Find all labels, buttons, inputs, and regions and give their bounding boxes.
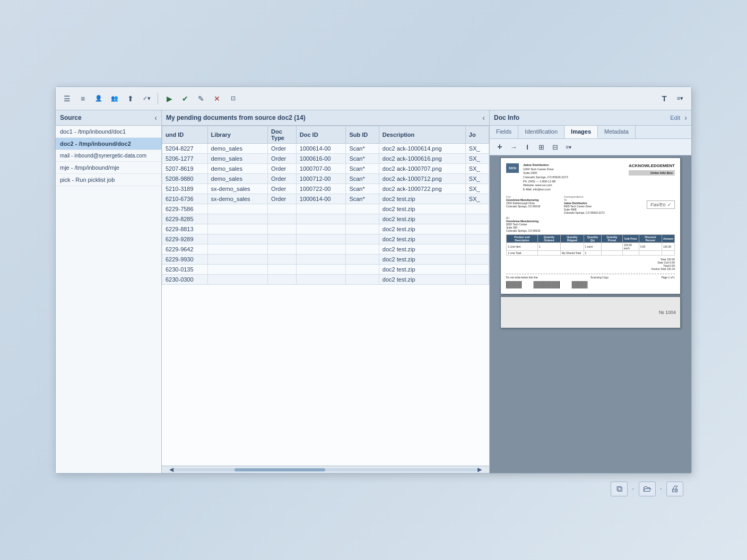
doc-addr2: Suite 2300 [523, 171, 629, 176]
table-row[interactable]: 6229-7586doc2 test.zip [162, 204, 489, 214]
tab-identification[interactable]: Identification [518, 126, 564, 138]
source-panel: Source ‹ doc1 - /tmp/inbound/doc1 doc2 -… [56, 110, 162, 473]
table-cell [207, 244, 268, 255]
table-row[interactable]: 6229-8285doc2 test.zip [162, 214, 489, 224]
detail-view-btn[interactable]: ≡ [76, 92, 90, 106]
doc-line-items: Product and Description Quantity Ordered… [506, 234, 675, 256]
grid-small-btn[interactable]: ⊞ [535, 141, 547, 153]
source-item-pick[interactable]: pick - Run picklist job [56, 174, 161, 186]
table-cell: Order [268, 194, 297, 204]
doc-phone: Ph: (545) — 1-800-11-88 [523, 180, 629, 184]
table-row[interactable]: 6230-0135doc2 test.zip [162, 265, 489, 275]
font-btn[interactable]: T [657, 92, 671, 106]
cursor-btn[interactable]: I [522, 141, 533, 153]
source-item-doc2[interactable]: doc2 - /tmp/inbound/doc2 [56, 138, 161, 150]
doc-company-name: Jadoe Distribution [523, 163, 629, 168]
doc-image-header: SDSI Jadoe Distribution 1009 Tech Center… [506, 163, 675, 192]
check-dropdown-btn[interactable]: ✓▾ [140, 92, 153, 106]
table-cell: 5208-9880 [162, 174, 208, 184]
table-cell: Scan* [346, 184, 379, 194]
col-doc-id: Doc ID [296, 126, 346, 144]
table-cell: doc2 test.zip [379, 234, 465, 244]
list-view-docinfo-btn[interactable]: ≡▾ [563, 141, 575, 153]
table-row[interactable]: 6210-6736sx-demo_salesOrder1000614-00Sca… [162, 194, 489, 204]
table-cell: sx-demo_sales [207, 184, 268, 194]
checkmark-btn[interactable]: ✔ [178, 92, 192, 106]
list-view-btn[interactable]: ☰ [60, 92, 74, 106]
table-row[interactable]: 5204-8227demo_salesOrder1000614-00Scan*d… [162, 144, 489, 154]
tab-fields[interactable]: Fields [490, 126, 518, 138]
scroll-left-btn[interactable]: ◀ [169, 466, 173, 473]
docinfo-expand-btn[interactable]: › [684, 113, 687, 122]
table-cell [346, 214, 379, 224]
table-row[interactable]: 6229-9642doc2 test.zip [162, 244, 489, 255]
table-cell [465, 255, 489, 265]
docinfo-edit-btn[interactable]: Edit [670, 115, 680, 121]
table-row[interactable]: 6229-9289doc2 test.zip [162, 234, 489, 244]
table-row[interactable]: 6230-0300doc2 test.zip [162, 275, 489, 285]
content-area: Source ‹ doc1 - /tmp/inbound/doc1 doc2 -… [56, 110, 691, 473]
doc-order-info: Order Info Box [629, 170, 675, 176]
table-cell [465, 214, 489, 224]
table-cell [296, 265, 346, 275]
table-cell: Scan* [346, 144, 379, 154]
close-btn[interactable]: ✕ [210, 92, 224, 106]
docs-table: und ID Library DocType Doc ID Sub ID Des… [162, 126, 489, 285]
docs-scrollbar[interactable]: ◀ ▶ [162, 466, 489, 473]
table-cell: SX_ [465, 154, 489, 164]
tab-images[interactable]: Images [564, 126, 598, 138]
table-cell: 6210-6736 [162, 194, 208, 204]
table-cell [465, 204, 489, 214]
table-row[interactable]: 5210-3189sx-demo_salesOrder1000722-00Sca… [162, 184, 489, 194]
table-cell: Scan* [346, 164, 379, 174]
table-cell: 6229-8813 [162, 224, 208, 234]
source-item-mje[interactable]: mje - /tmp/inbound/mje [56, 162, 161, 174]
image-btn[interactable]: ⊡ [226, 92, 240, 106]
table-cell: doc2 test.zip [379, 255, 465, 265]
add-multi-btn[interactable]: 👥 [108, 92, 121, 106]
menu-btn[interactable]: ≡▾ [673, 92, 687, 106]
folder-icon-btn[interactable]: 🗁 [639, 482, 656, 496]
scrollbar-thumb[interactable] [234, 468, 326, 471]
table-cell [465, 244, 489, 255]
scrollbar-track[interactable] [173, 468, 477, 471]
source-item-doc1[interactable]: doc1 - /tmp/inbound/doc1 [56, 126, 161, 138]
table-cell: doc2 test.zip [379, 275, 465, 285]
docs-panel-collapse-btn[interactable]: ‹ [482, 113, 485, 122]
image-area[interactable]: SDSI Jadoe Distribution 1009 Tech Center… [490, 155, 691, 473]
doc-addresses: Fax: Grandview Manufacturing 2342 Edinbo… [506, 195, 675, 214]
copy-icon-btn[interactable]: ⧉ [611, 482, 628, 496]
doc-city: Colorado Springs, CO 80919-2272 [523, 176, 629, 180]
doc-fax-addr: Fax: Grandview Manufacturing 2342 Edinbo… [506, 195, 560, 214]
table-cell [346, 244, 379, 255]
source-item-mail[interactable]: mail - inbound@synergetic-data.com [56, 150, 161, 162]
add-image-btn[interactable]: + [494, 141, 506, 153]
table-row[interactable]: 5206-1277demo_salesOrder1000616-00Scan*d… [162, 154, 489, 164]
table-cell: doc2 test.zip [379, 204, 465, 214]
print-icon-btn[interactable]: 🖨 [666, 482, 683, 496]
table-cell: 5204-8227 [162, 144, 208, 154]
col-jo: Jo [465, 126, 489, 144]
docs-table-container[interactable]: und ID Library DocType Doc ID Sub ID Des… [162, 126, 489, 466]
edit-btn[interactable]: ✎ [194, 92, 208, 106]
docs-panel: My pending documents from source doc2 (1… [162, 110, 490, 473]
table-row[interactable]: 6229-9930doc2 test.zip [162, 255, 489, 265]
table-cell [346, 234, 379, 244]
scroll-right-btn[interactable]: ▶ [477, 466, 482, 473]
table-row[interactable]: 6229-8813doc2 test.zip [162, 224, 489, 234]
play-btn[interactable]: ▶ [162, 92, 176, 106]
table-row[interactable]: 5207-8619demo_salesOrder1000707-00Scan*d… [162, 164, 489, 174]
grid-large-btn[interactable]: ⊟ [549, 141, 561, 153]
table-cell: 6229-9642 [162, 244, 208, 255]
table-cell [465, 265, 489, 275]
add-btn[interactable]: 👤 [92, 92, 106, 106]
table-row[interactable]: 5208-9880demo_salesOrder1000712-00Scan*d… [162, 174, 489, 184]
table-cell: SX_ [465, 194, 489, 204]
arrow-right-btn[interactable]: → [508, 141, 519, 153]
table-cell: 5210-3189 [162, 184, 208, 194]
upload-btn[interactable]: ⬆ [124, 92, 137, 106]
doc-page-num: № 1004 [659, 310, 676, 315]
dot-separator-1: · [632, 484, 634, 494]
tab-metadata[interactable]: Metadata [598, 126, 636, 138]
source-panel-collapse-btn[interactable]: ‹ [154, 113, 157, 122]
